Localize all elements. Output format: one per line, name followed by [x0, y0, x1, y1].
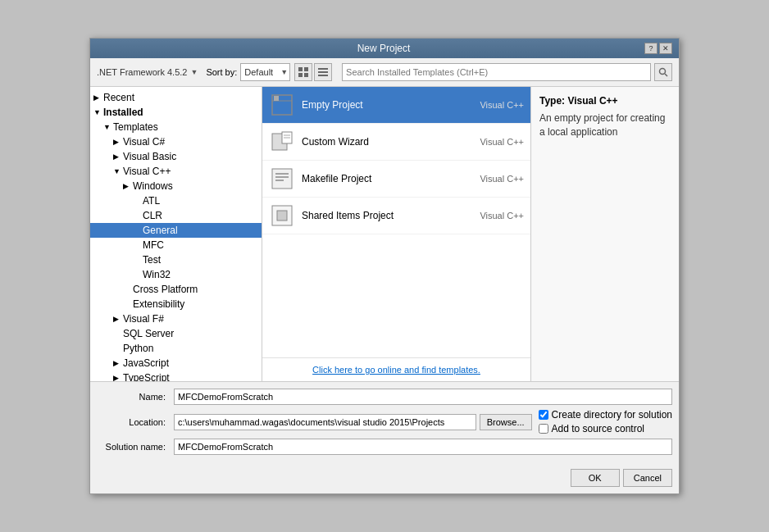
tree-item-python[interactable]: Python — [90, 341, 262, 356]
tree-item-cross-platform[interactable]: Cross Platform — [90, 282, 262, 297]
tree-item-label: JavaScript — [123, 357, 169, 369]
tree-item-visual-fsharp[interactable]: ▶Visual F# — [90, 311, 262, 326]
add-source-label: Add to source control — [552, 423, 644, 434]
svg-rect-11 — [274, 96, 279, 101]
solution-input[interactable] — [174, 439, 672, 455]
dialog-body: .NET Framework 4.5.2 ▼ Sort by: Default … — [90, 58, 679, 493]
tree-item-label: Cross Platform — [133, 284, 198, 295]
search-icon — [658, 67, 668, 77]
template-type-empty-project: Visual C++ — [480, 100, 524, 110]
tree-item-visual-basic[interactable]: ▶Visual Basic — [90, 149, 262, 164]
svg-line-8 — [665, 74, 667, 76]
create-dir-row: Create directory for solution — [539, 409, 672, 421]
description-type: Type: Visual C++ — [539, 95, 671, 107]
help-button[interactable]: ? — [644, 43, 658, 54]
ok-button[interactable]: OK — [571, 469, 620, 487]
name-label: Name: — [97, 392, 171, 402]
tree-item-label: Visual Basic — [123, 151, 176, 162]
expand-icon: ▶ — [123, 182, 131, 190]
sort-label: Sort by: — [206, 67, 237, 77]
tree-item-label: Visual C++ — [123, 166, 171, 177]
svg-rect-0 — [298, 67, 303, 71]
location-input[interactable] — [174, 414, 476, 430]
location-label: Location: — [97, 417, 171, 427]
svg-rect-6 — [318, 75, 328, 76]
template-icon-shared-items-project — [269, 202, 295, 229]
tree-item-installed[interactable]: ▼Installed — [90, 105, 262, 120]
close-button[interactable]: ✕ — [659, 43, 672, 54]
template-type-makefile-project: Visual C++ — [480, 174, 524, 184]
template-item-shared-items-project[interactable]: Shared Items Project Visual C++ — [262, 198, 530, 234]
browse-button[interactable]: Browse... — [480, 414, 532, 430]
framework-label: .NET Framework 4.5.2 — [97, 67, 187, 77]
sort-dropdown-arrow: ▼ — [280, 68, 288, 76]
tree-item-label: Win32 — [143, 269, 171, 280]
middle-area: ▶Recent▼Installed▼Templates▶Visual C#▶Vi… — [90, 87, 679, 382]
template-type-shared-items-project: Visual C++ — [480, 211, 524, 221]
tree-item-general[interactable]: General — [90, 223, 262, 238]
toolbar-row: .NET Framework 4.5.2 ▼ Sort by: Default … — [90, 58, 679, 87]
svg-rect-1 — [304, 67, 308, 71]
tree-item-label: Visual F# — [123, 313, 164, 325]
tree-item-atl[interactable]: ATL — [90, 193, 262, 208]
svg-rect-3 — [304, 73, 308, 77]
tree-item-mfc[interactable]: MFC — [90, 238, 262, 252]
checkbox-area: Create directory for solution Add to sou… — [539, 409, 672, 434]
tree-item-label: Templates — [113, 121, 158, 133]
tree-item-extensibility[interactable]: Extensibility — [90, 297, 262, 311]
tree-item-sql-server[interactable]: SQL Server — [90, 326, 262, 341]
list-view-button[interactable] — [314, 63, 332, 81]
tree-item-windows[interactable]: ▶Windows — [90, 179, 262, 193]
tree-item-visual-csharp[interactable]: ▶Visual C# — [90, 134, 262, 149]
expand-icon: ▼ — [93, 108, 102, 116]
tree-item-label: CLR — [143, 210, 162, 221]
add-source-checkbox[interactable] — [539, 424, 548, 434]
find-templates-link[interactable]: Click here to go online and find templat… — [262, 357, 530, 381]
template-icon-custom-wizard — [269, 129, 295, 155]
framework-dropdown-arrow: ▼ — [190, 68, 198, 76]
template-name-custom-wizard: Custom Wizard — [302, 136, 473, 148]
tree-item-label: SQL Server — [123, 328, 174, 339]
tree-item-label: Installed — [103, 107, 143, 118]
solution-label: Solution name: — [97, 442, 171, 452]
tree-item-label: MFC — [143, 239, 164, 251]
tree-panel: ▶Recent▼Installed▼Templates▶Visual C#▶Vi… — [90, 87, 262, 381]
name-input[interactable] — [174, 389, 672, 405]
tree-item-javascript[interactable]: ▶JavaScript — [90, 356, 262, 371]
template-item-makefile-project[interactable]: Makefile Project Visual C++ — [262, 161, 530, 198]
tree-item-visual-cpp[interactable]: ▼Visual C++ — [90, 164, 262, 179]
search-input[interactable] — [342, 63, 651, 81]
tree-item-test[interactable]: Test — [90, 252, 262, 267]
description-text: An empty project for creating a local ap… — [539, 111, 671, 139]
template-item-custom-wizard[interactable]: Custom Wizard Visual C++ — [262, 124, 530, 161]
tree-item-label: General — [143, 225, 178, 236]
expand-icon: ▶ — [93, 93, 102, 102]
tree-item-label: ATL — [143, 195, 160, 207]
add-source-row: Add to source control — [539, 423, 672, 434]
tree-item-label: Visual C# — [123, 136, 165, 148]
action-row: OK Cancel — [90, 466, 679, 493]
tree-item-typescript[interactable]: ▶TypeScript — [90, 371, 262, 381]
tree-item-templates[interactable]: ▼Templates — [90, 120, 262, 134]
list-icon — [318, 67, 328, 77]
cancel-button[interactable]: Cancel — [623, 469, 672, 487]
template-name-shared-items-project: Shared Items Project — [302, 210, 473, 221]
tree-item-win32[interactable]: Win32 — [90, 267, 262, 282]
expand-icon: ▶ — [113, 138, 121, 146]
grid-icon — [298, 67, 308, 77]
tree-item-recent[interactable]: ▶Recent — [90, 90, 262, 105]
title-bar-buttons: ? ✕ — [644, 43, 672, 54]
svg-rect-5 — [318, 71, 328, 73]
create-dir-checkbox[interactable] — [539, 410, 548, 420]
tree-item-label: Recent — [103, 92, 134, 103]
templates-panel: Empty Project Visual C++ Custom Wizard V… — [262, 87, 531, 381]
dialog-title: New Project — [123, 43, 644, 54]
tree-item-clr[interactable]: CLR — [90, 208, 262, 223]
svg-rect-16 — [272, 169, 292, 189]
template-name-makefile-project: Makefile Project — [302, 173, 473, 184]
tree-item-label: Python — [123, 343, 153, 354]
template-item-empty-project[interactable]: Empty Project Visual C++ — [262, 87, 530, 124]
tree-item-label: Test — [143, 254, 161, 266]
grid-view-button[interactable] — [294, 63, 312, 81]
search-button[interactable] — [654, 63, 672, 81]
